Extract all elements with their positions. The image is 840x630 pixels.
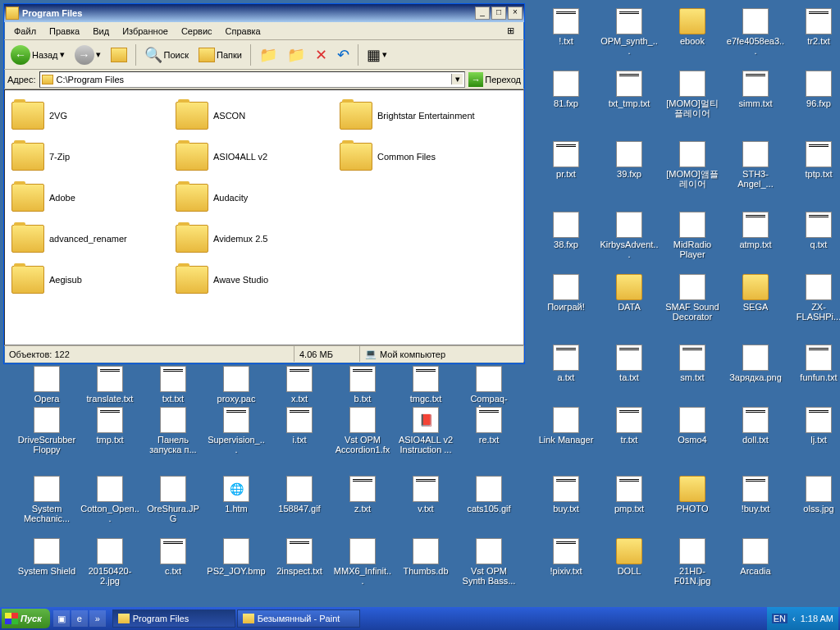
desktop-icon[interactable]: 🖼Зарядка.png (724, 345, 787, 384)
folders-button[interactable]: Папки (195, 46, 245, 64)
task-button[interactable]: Program Files (112, 609, 235, 628)
folder-item[interactable]: 7-Zip (10, 136, 174, 177)
desktop-icon[interactable]: ▤Vst OPM Accordion1.fxp (331, 407, 394, 456)
desktop-icon[interactable]: ▤96.fxp (788, 71, 840, 110)
delete-button[interactable]: ✕ (312, 44, 331, 66)
search-button[interactable]: 🔍Поиск (141, 44, 192, 66)
menu-item[interactable]: Файл (9, 25, 41, 38)
desktop-icon[interactable]: translate.txt (79, 366, 141, 405)
desktop-icon[interactable]: ▤39.fxp (598, 141, 660, 180)
folder-item[interactable]: 2VG (10, 95, 174, 136)
back-button[interactable]: ←Назад ▾ (7, 43, 68, 66)
desktop-icon[interactable]: z.txt (331, 476, 394, 515)
menu-item[interactable]: Справка (221, 25, 266, 38)
desktop-icon[interactable]: ▶STH3-Angel_... (724, 141, 787, 190)
start-button[interactable]: Пуск (2, 609, 50, 628)
desktop-icon[interactable]: txt.txt (142, 366, 204, 405)
system-tray[interactable]: EN ‹ 1:18 AM (767, 607, 838, 630)
folder-item[interactable]: Avidemux 2.5 (174, 218, 338, 259)
desktop-icon[interactable]: tmgc.txt (395, 366, 457, 405)
desktop-icon[interactable]: !.txt (535, 8, 597, 48)
desktop-icon[interactable]: ⚙ZX-FLASHPi... (788, 274, 840, 323)
desktop-icon[interactable]: tr.txt (598, 407, 660, 446)
desktop-icon[interactable]: 🖼olss.jpg (788, 476, 840, 515)
menu-item[interactable]: Избранное (117, 25, 173, 38)
desktop-icon[interactable]: q.txt (788, 212, 840, 251)
folder-item[interactable]: Common Files (338, 136, 502, 177)
file-list[interactable]: 2VG7-ZipAdobeadvanced_renamerAegisubASCO… (4, 89, 524, 345)
folder-item[interactable]: ASIO4ALL v2 (174, 136, 338, 177)
desktop-icon[interactable]: re.txt (458, 407, 520, 446)
go-button[interactable]: →Переход (468, 72, 521, 87)
desktop-icon[interactable]: 🌐1.htm (205, 476, 267, 515)
desktop-icon[interactable]: tptp.txt (788, 141, 840, 180)
menu-item[interactable]: Правка (44, 25, 84, 38)
desktop-icon[interactable]: ⚙Opera (16, 366, 78, 405)
desktop-icon[interactable]: 🖼cats105.gif (458, 476, 520, 515)
desktop-icon[interactable]: b.txt (331, 366, 394, 405)
desktop-icon[interactable]: ta.txt (598, 345, 660, 384)
desktop-icon[interactable]: ⚙System Shield (16, 538, 78, 578)
ie-icon[interactable]: e (71, 610, 88, 627)
views-button[interactable]: ▦ ▾ (363, 44, 390, 66)
desktop-icon[interactable]: buy.txt (535, 476, 597, 515)
desktop-icon[interactable]: i.txt (268, 407, 331, 446)
address-dropdown[interactable]: ▾ (451, 74, 463, 84)
desktop-icon[interactable]: ⚙DriveScrubber Floppy Creator (16, 407, 78, 456)
desktop-icon[interactable]: ⚙Поиграй! (535, 274, 597, 313)
clock[interactable]: 1:18 AM (801, 614, 833, 623)
desktop-icon[interactable]: lj.txt (788, 407, 840, 446)
desktop-icon[interactable]: ▶Cotton_Open... (79, 476, 141, 525)
folder-item[interactable]: Audacity (174, 177, 338, 218)
desktop-icon[interactable]: a.txt (535, 345, 597, 384)
desktop-icon[interactable]: txt_tmp.txt (598, 71, 660, 110)
desktop-icon[interactable]: ▤81.fxp (535, 71, 597, 110)
menu-item[interactable]: Вид (88, 25, 114, 38)
desktop-icon[interactable]: ⚙Osmo4 (661, 407, 724, 446)
desktop-icon[interactable]: ▤proxy.pac (205, 366, 267, 405)
desktop-icon[interactable]: 🖼20150420-2.jpg (79, 538, 141, 587)
desktop-icon[interactable]: ▤Thumbs.db (395, 538, 457, 578)
desktop-icon[interactable]: v.txt (395, 476, 457, 515)
desktop-icon[interactable]: !buy.txt (724, 476, 787, 515)
desktop-icon[interactable]: ⚙Link Manager (535, 407, 597, 446)
desktop-icon[interactable]: SEGA (724, 274, 787, 313)
desktop-icon[interactable]: ▤38.fxp (535, 212, 597, 251)
desktop-icon[interactable]: atmp.txt (724, 212, 787, 251)
desktop-icon[interactable]: 📕ASIO4ALL v2 Instruction ... (395, 407, 457, 456)
desktop-icon[interactable]: sm.txt (661, 345, 724, 384)
desktop-icon[interactable]: tr2.txt (788, 8, 840, 48)
desktop-icon[interactable]: OPM_synth_... (598, 8, 660, 57)
folder-item[interactable]: ASCON (174, 95, 338, 136)
desktop-icon[interactable]: ▤Vst OPM Synth Bass... (458, 538, 520, 587)
copy-to-button[interactable]: 📁 (284, 44, 308, 66)
folder-item[interactable]: Aegisub (10, 259, 174, 300)
desktop-icon[interactable]: ebook (661, 8, 724, 48)
up-button[interactable] (107, 46, 130, 64)
desktop-icon[interactable]: 🖼e7fe4058ea3... (724, 8, 787, 57)
minimize-button[interactable]: _ (475, 7, 490, 20)
desktop-icon[interactable]: 🖼158847.gif (268, 476, 331, 515)
titlebar[interactable]: Program Files _ □ × (4, 4, 524, 22)
show-desktop-icon[interactable]: ▣ (53, 610, 70, 627)
desktop-icon[interactable]: c.txt (142, 538, 204, 578)
desktop-icon[interactable]: tmp.txt (79, 407, 141, 446)
folder-item[interactable]: Adobe (10, 177, 174, 218)
menu-item[interactable]: Сервис (176, 25, 217, 38)
desktop-icon[interactable]: pmp.txt (598, 476, 660, 515)
desktop-icon[interactable]: simm.txt (724, 71, 787, 110)
desktop-icon[interactable]: Supervision_... (205, 407, 267, 456)
maximize-button[interactable]: □ (491, 7, 506, 20)
desktop-icon[interactable]: ⚙MidRadio Player (661, 212, 724, 261)
desktop-icon[interactable]: ⚙Панель запуска п... (142, 407, 204, 456)
desktop-icon[interactable]: ▤KirbysAdvent... (598, 212, 660, 261)
desktop-icon[interactable]: 2inspect.txt (268, 538, 331, 578)
close-button[interactable]: × (508, 7, 523, 20)
desktop-icon[interactable]: ▶MMX6_Infinit... (331, 538, 394, 587)
desktop-icon[interactable]: DATA (598, 274, 660, 313)
language-indicator[interactable]: EN (772, 614, 788, 623)
desktop-icon[interactable]: doll.txt (724, 407, 787, 446)
undo-button[interactable]: ↶ (334, 44, 353, 66)
desktop-icon[interactable]: 🖼PS2_JOY.bmp (205, 538, 267, 578)
desktop-icon[interactable]: ⚙[MOMO]멀티플레이어 (661, 71, 724, 120)
